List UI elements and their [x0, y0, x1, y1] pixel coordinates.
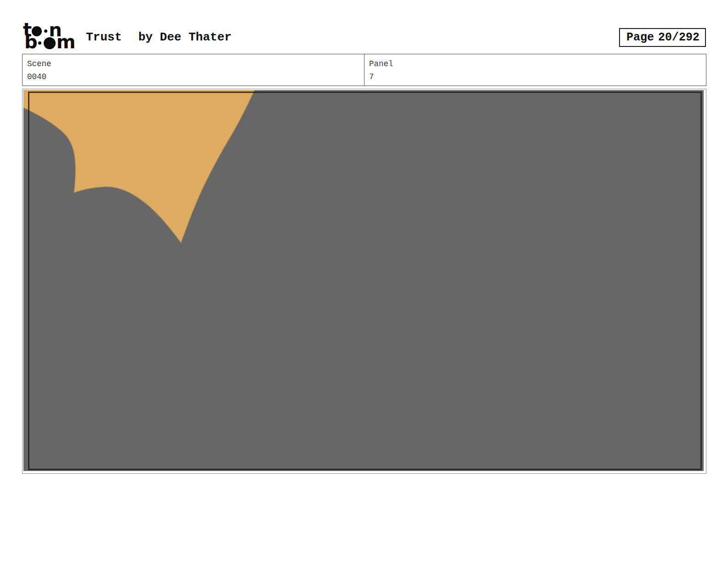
scene-panel-table: Scene 0040 Panel 7 — [22, 54, 706, 86]
drawing-canvas — [23, 90, 704, 471]
curtain-shape — [23, 90, 255, 243]
logo-dot-icon — [44, 29, 47, 33]
logo-letter-m: m — [57, 35, 75, 49]
logo-line-2: b m — [24, 36, 74, 49]
scene-value: 0040 — [27, 70, 359, 83]
panel-label: Panel — [369, 57, 701, 70]
storyboard-drawing — [23, 90, 704, 471]
page-value: 20/292 — [658, 31, 700, 44]
document-title-block: Trust by Dee Thater — [86, 30, 232, 44]
panel-value: 7 — [369, 70, 701, 83]
project-author: by Dee Thater — [138, 30, 232, 44]
toonboom-logo: t n b m — [23, 24, 74, 49]
scene-cell: Scene 0040 — [23, 54, 364, 86]
logo-letter-b: b — [24, 35, 37, 49]
logo-dot-icon — [38, 41, 41, 45]
storyboard-page: t n b m Trust by Dee Thater Page 20/292 … — [0, 0, 728, 563]
panel-cell: Panel 7 — [364, 54, 706, 86]
storyboard-panel — [22, 89, 706, 474]
scene-label: Scene — [27, 57, 359, 70]
logo-dot-icon — [44, 37, 56, 49]
page-label: Page — [626, 31, 654, 44]
page-number-box: Page 20/292 — [619, 28, 706, 47]
project-title: Trust — [86, 30, 122, 44]
